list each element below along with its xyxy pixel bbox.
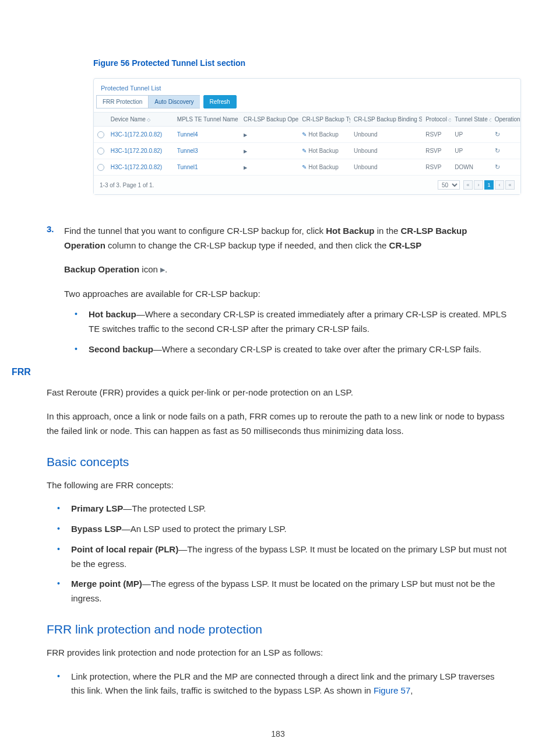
pager-current[interactable]: 1 [484,180,494,190]
device-link[interactable]: H3C-1(172.20.0.82) [111,148,162,154]
backup-operation-icon[interactable]: ▶ [244,165,247,170]
protocol-cell: RSVP [422,127,451,143]
basic-concepts-heading: Basic concepts [47,455,509,469]
frr-link-list: Link protection, where the PLR and the M… [57,670,509,699]
pager-prev[interactable]: › [474,180,483,190]
list-item: Point of local repair (PLR)—The ingress … [57,542,509,572]
col-device-name[interactable]: Device Name◇ [107,113,174,127]
protocol-cell: RSVP [422,143,451,159]
tunnel-link[interactable]: Tunnel3 [177,148,198,154]
col-backup-operation[interactable]: CR-LSP Backup Operation◇ [240,113,298,127]
basic-concepts-intro: The following are FRR concepts: [47,478,509,493]
row-refresh-icon[interactable]: ↻ [495,131,500,138]
backup-type-cell[interactable]: ✎Hot Backup [298,143,350,159]
tunnel-state-cell: UP [451,127,491,143]
row-refresh-icon[interactable]: ↻ [495,163,500,170]
frr-link-protection-heading: FRR link protection and node protection [47,622,509,636]
figure-caption: Figure 56 Protected Tunnel List section [93,58,509,68]
sort-desc-icon: ▾ [240,117,240,123]
protected-tunnel-list-panel: Protected Tunnel List FRR Protection Aut… [93,78,521,195]
binding-state-cell: Unbound [350,143,422,159]
row-radio[interactable] [97,164,104,171]
panel-title: Protected Tunnel List [94,79,520,95]
page-number: 183 [0,729,556,738]
col-tunnel-state[interactable]: Tunnel State◇ [451,113,491,127]
play-icon: ▶ [160,264,165,275]
pager-last[interactable]: « [505,180,515,190]
table-header-row: Device Name◇ MPLS TE Tunnel Name ▾ CR-LS… [94,113,520,127]
tab-frr-protection[interactable]: FRR Protection [96,95,148,108]
binding-state-cell: Unbound [350,127,422,143]
pager-next[interactable]: ‹ [495,180,504,190]
binding-state-cell: Unbound [350,159,422,176]
col-protocol[interactable]: Protocol◇ [422,113,451,127]
table-row: H3C-1(172.20.0.82) Tunnel3 ▶ ✎Hot Backup… [94,143,520,159]
frr-paragraph-2: In this approach, once a link or node fa… [47,410,509,439]
col-binding-state[interactable]: CR-LSP Backup Binding State◇ [350,113,422,127]
list-item: Link protection, where the PLR and the M… [57,670,509,699]
tunnel-state-cell: DOWN [451,159,491,176]
list-item: Primary LSP—The protected LSP. [57,502,509,516]
table-row: H3C-1(172.20.0.82) Tunnel1 ▶ ✎Hot Backup… [94,159,520,176]
row-radio[interactable] [97,131,104,138]
row-refresh-icon[interactable]: ↻ [495,147,500,154]
col-tunnel-name[interactable]: MPLS TE Tunnel Name ▾ [174,113,240,127]
edit-icon: ✎ [302,131,307,138]
frr-link-intro: FRR provides link protection and node pr… [47,646,509,660]
backup-operation-icon[interactable]: ▶ [244,132,247,138]
figure-57-link[interactable]: Figure 57 [374,685,410,695]
tunnel-link[interactable]: Tunnel1 [177,164,198,170]
edit-icon: ✎ [302,164,307,170]
tab-auto-discovery[interactable]: Auto Discovery [148,95,199,108]
backup-operation-icon[interactable]: ▶ [244,149,247,154]
table-row: H3C-1(172.20.0.82) Tunnel4 ▶ ✎Hot Backup… [94,127,520,143]
step-number: 3. [47,224,64,234]
protocol-cell: RSVP [422,159,451,176]
page-size-select[interactable]: 50 [438,180,460,190]
row-radio[interactable] [97,148,104,155]
edit-icon: ✎ [302,148,307,154]
footer-status: 1-3 of 3. Page 1 of 1. [100,182,154,188]
list-item: Merge point (MP)—The egress of the bypas… [57,577,509,606]
pager: 50 « › 1 ‹ « [438,180,515,190]
tunnel-link[interactable]: Tunnel4 [177,131,198,138]
backup-type-cell[interactable]: ✎Hot Backup [298,159,350,176]
tunnel-table: Device Name◇ MPLS TE Tunnel Name ▾ CR-LS… [94,112,520,176]
panel-footer: 1-3 of 3. Page 1 of 1. 50 « › 1 ‹ « [94,176,520,194]
pager-first[interactable]: « [463,180,473,190]
device-link[interactable]: H3C-1(172.20.0.82) [111,164,162,170]
refresh-button[interactable]: Refresh [203,95,237,108]
list-item: Bypass LSP—An LSP used to protect the pr… [57,522,509,537]
tunnel-state-cell: UP [451,143,491,159]
frr-heading: FRR [12,367,509,377]
approaches-list: Hot backup—Where a secondary CR-LSP is c… [75,307,509,356]
col-operation: Operation [491,113,520,127]
list-item: Second backup—Where a secondary CR-LSP i… [75,342,509,357]
device-link[interactable]: H3C-1(172.20.0.82) [111,131,162,138]
step-text: Find the tunnel that you want to configu… [64,224,509,276]
sort-icon: ◇ [147,117,150,123]
list-item: Hot backup—Where a secondary CR-LSP is c… [75,307,509,337]
col-backup-type: CR-LSP Backup Type [298,113,350,127]
tabs-row: FRR Protection Auto Discovery Refresh [96,95,520,108]
frr-paragraph-1: Fast Reroute (FRR) provides a quick per-… [47,386,509,400]
document-body: 3. Find the tunnel that you want to conf… [47,224,509,698]
backup-type-cell[interactable]: ✎Hot Backup [298,127,350,143]
basic-concepts-list: Primary LSP—The protected LSP. Bypass LS… [57,502,509,606]
step-3: 3. Find the tunnel that you want to conf… [47,224,509,276]
approaches-intro: Two approaches are available for CR-LSP … [64,287,509,302]
